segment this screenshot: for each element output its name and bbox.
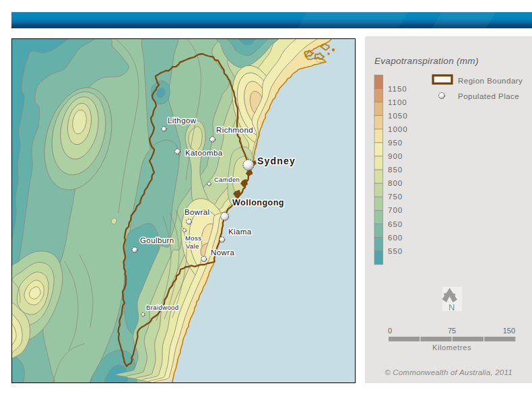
svg-text:Goulburn: Goulburn (140, 236, 174, 244)
svg-text:850: 850 (388, 166, 403, 174)
svg-text:Vale: Vale (186, 242, 199, 250)
svg-text:Katoomba: Katoomba (185, 149, 223, 157)
svg-text:700: 700 (388, 206, 403, 214)
svg-text:Sydney: Sydney (257, 156, 296, 166)
svg-text:Region Boundary: Region Boundary (458, 77, 523, 85)
svg-text:N: N (448, 302, 455, 312)
svg-text:950: 950 (388, 139, 403, 147)
svg-text:150: 150 (503, 327, 515, 335)
svg-text:550: 550 (388, 247, 403, 255)
svg-text:1050: 1050 (388, 112, 408, 120)
svg-text:Braidwood: Braidwood (146, 304, 179, 311)
svg-text:Populated Place: Populated Place (458, 92, 519, 100)
svg-text:600: 600 (388, 234, 403, 242)
svg-text:Camden: Camden (214, 176, 240, 183)
svg-text:© Commonwealth of Australia, 2: © Commonwealth of Australia, 2011 (385, 368, 512, 376)
svg-text:750: 750 (388, 193, 403, 201)
svg-text:800: 800 (388, 179, 403, 187)
svg-text:650: 650 (388, 220, 403, 228)
svg-text:Kilometres: Kilometres (432, 343, 471, 352)
svg-text:1150: 1150 (388, 85, 407, 93)
svg-text:Lithgow: Lithgow (168, 116, 197, 125)
svg-text:900: 900 (388, 152, 403, 160)
svg-text:75: 75 (448, 327, 456, 335)
svg-text:Richmond: Richmond (216, 126, 253, 134)
svg-text:Wollongong: Wollongong (232, 198, 284, 207)
svg-text:1100: 1100 (388, 98, 407, 106)
svg-text:Evapotranspiration (mm): Evapotranspiration (mm) (374, 56, 479, 66)
svg-text:Bowral: Bowral (185, 208, 210, 216)
svg-text:Nowra: Nowra (211, 248, 234, 257)
svg-text:Kiama: Kiama (228, 228, 252, 236)
svg-text:Moss: Moss (185, 234, 201, 242)
svg-text:0: 0 (388, 327, 392, 335)
svg-text:1000: 1000 (388, 125, 408, 133)
